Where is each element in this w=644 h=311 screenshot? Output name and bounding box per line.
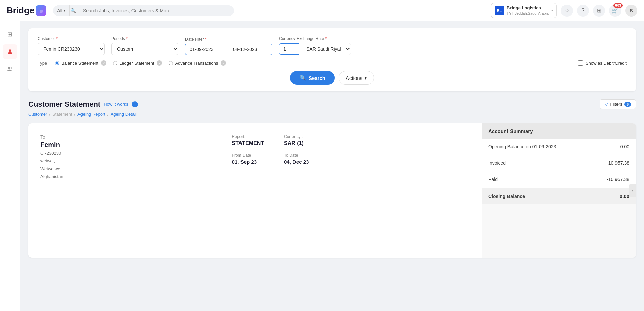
sidebar-btn-person[interactable] bbox=[3, 44, 17, 59]
summary-row-opening: Opening Balance on 01-09-2023 0.00 bbox=[482, 139, 636, 155]
breadcrumb-ageing-report[interactable]: Ageing Report bbox=[77, 112, 105, 117]
dropdown-chevron-icon: ▾ bbox=[64, 9, 65, 12]
balance-statement-label[interactable]: Balance Statement bbox=[61, 61, 98, 66]
company-chevron-icon: ▾ bbox=[551, 9, 553, 12]
top-navigation: Bridge All ▾ 🔍 BL bbox=[0, 0, 644, 21]
notification-badge: 603 bbox=[613, 3, 623, 8]
periods-required: * bbox=[126, 36, 128, 41]
help-button[interactable]: ? bbox=[577, 5, 589, 17]
button-row: 🔍 Search Actions ▾ bbox=[38, 71, 627, 85]
currency-label: Currency Exchange Rate * bbox=[279, 36, 351, 41]
date-from-input[interactable] bbox=[185, 44, 229, 55]
logo-text: Bridge bbox=[7, 5, 34, 16]
advance-transactions-label[interactable]: Advance Transactions bbox=[175, 61, 218, 66]
search-button-icon: 🔍 bbox=[300, 75, 306, 81]
date-inputs bbox=[185, 44, 272, 55]
sidebar-btn-people[interactable] bbox=[3, 62, 17, 76]
apps-button[interactable]: ⊞ bbox=[593, 5, 605, 17]
balance-help-icon[interactable]: ? bbox=[101, 60, 106, 66]
currency-required: * bbox=[325, 36, 327, 41]
from-date-label: From Date bbox=[232, 153, 264, 158]
how-it-works-link[interactable]: How it works bbox=[104, 102, 128, 107]
ledger-statement-label[interactable]: Ledger Statement bbox=[119, 61, 154, 66]
section-header: Customer Statement How it works i ▽ Filt… bbox=[28, 99, 636, 109]
currency-filter-group: Currency Exchange Rate * SAR Saudi Riyal bbox=[279, 36, 351, 55]
to-address3: Afghanistan- bbox=[40, 173, 207, 180]
paid-value: -10,957.38 bbox=[607, 177, 629, 182]
debit-credit-label[interactable]: Show as Debit/Credit bbox=[586, 61, 627, 66]
info-icon[interactable]: i bbox=[132, 101, 138, 107]
collapse-handle[interactable]: ‹ bbox=[629, 184, 636, 197]
breadcrumb-sep1: / bbox=[49, 112, 50, 117]
closing-balance-label: Closing Balance bbox=[488, 194, 525, 199]
breadcrumb-sep3: / bbox=[107, 112, 109, 117]
summary-header: Account Summary bbox=[482, 123, 636, 139]
date-filter-group: Date Filter * bbox=[185, 37, 272, 55]
section-title: Customer Statement bbox=[28, 100, 100, 109]
logo-icon bbox=[36, 5, 46, 16]
balance-statement-input[interactable] bbox=[55, 61, 59, 65]
date-required: * bbox=[205, 37, 207, 42]
svg-point-2 bbox=[10, 67, 12, 69]
to-address2: Wetwetwe, bbox=[40, 165, 207, 173]
filters-count: 6 bbox=[624, 102, 631, 107]
search-input[interactable] bbox=[79, 5, 234, 16]
search-icon: 🔍 bbox=[70, 8, 76, 13]
actions-button[interactable]: Actions ▾ bbox=[339, 71, 374, 85]
filter-funnel-icon: ▽ bbox=[605, 102, 608, 107]
statement-card: To: Femin CR230230 wetwet, Wetwetwe, Afg… bbox=[28, 123, 636, 258]
ledger-statement-input[interactable] bbox=[113, 61, 117, 65]
currency-select[interactable]: SAR Saudi Riyal bbox=[301, 43, 351, 55]
search-button[interactable]: 🔍 Search bbox=[290, 71, 335, 85]
sidebar-btn-grid[interactable]: ⊞ bbox=[3, 27, 17, 42]
advance-transactions-radio: Advance Transactions ? bbox=[169, 60, 226, 66]
advance-transactions-input[interactable] bbox=[169, 61, 173, 65]
notifications-button[interactable]: 🛒 603 bbox=[609, 5, 621, 17]
customer-label: Customer * bbox=[38, 36, 105, 41]
to-code: CR230230 bbox=[40, 149, 207, 157]
date-to-input[interactable] bbox=[229, 44, 272, 55]
statement-spacer bbox=[315, 123, 482, 258]
periods-select[interactable]: Custom This Month Last Month This Year bbox=[111, 43, 178, 55]
statement-report-section: Report: STATEMENT From Date 01, Sep 23 bbox=[219, 123, 277, 258]
filters-button[interactable]: ▽ Filters 6 bbox=[600, 99, 636, 109]
statement-currency-section: Currency : SAR (1) To Date 04, Dec 23 bbox=[277, 123, 315, 258]
account-summary: Account Summary Opening Balance on 01-09… bbox=[482, 123, 636, 258]
company-location: TYT Jeddah,Saudi Arabia bbox=[507, 11, 549, 16]
currency-rate-input[interactable] bbox=[279, 43, 299, 55]
favorites-button[interactable]: ☆ bbox=[561, 5, 573, 17]
filters-label: Filters bbox=[610, 102, 622, 107]
filter-card: Customer * Femin CR230230 Periods * Cust… bbox=[28, 28, 636, 91]
to-date-value: 04, Dec 23 bbox=[284, 159, 309, 165]
to-name: Femin bbox=[40, 141, 207, 149]
ledger-help-icon[interactable]: ? bbox=[157, 60, 162, 66]
breadcrumb-ageing-detail[interactable]: Ageing Detail bbox=[111, 112, 137, 117]
breadcrumb-statement: Statement bbox=[52, 112, 72, 117]
statement-to-section: To: Femin CR230230 wetwet, Wetwetwe, Afg… bbox=[28, 123, 219, 258]
nav-right-area: BL Bridge Logistics TYT Jeddah,Saudi Ara… bbox=[491, 3, 637, 18]
periods-label: Periods * bbox=[111, 36, 178, 41]
periods-filter-group: Periods * Custom This Month Last Month T… bbox=[111, 36, 178, 55]
currency-report-label: Currency : bbox=[284, 134, 309, 139]
breadcrumb-customer[interactable]: Customer bbox=[28, 112, 47, 117]
customer-required: * bbox=[56, 36, 58, 41]
breadcrumb-sep2: / bbox=[74, 112, 75, 117]
actions-button-label: Actions bbox=[346, 75, 362, 81]
filter-row-type: Type Balance Statement ? Ledger Statemen… bbox=[38, 60, 627, 66]
customer-select[interactable]: Femin CR230230 bbox=[38, 43, 105, 55]
search-dropdown[interactable]: All ▾ bbox=[53, 5, 70, 16]
debit-credit-checkbox[interactable] bbox=[578, 60, 583, 66]
filter-row-top: Customer * Femin CR230230 Periods * Cust… bbox=[38, 36, 627, 55]
company-selector[interactable]: BL Bridge Logistics TYT Jeddah,Saudi Ara… bbox=[491, 3, 557, 18]
statement-card-wrapper: To: Femin CR230230 wetwet, Wetwetwe, Afg… bbox=[28, 123, 636, 258]
search-dropdown-label: All bbox=[57, 8, 62, 13]
user-avatar[interactable]: S bbox=[625, 5, 637, 17]
to-label: To: bbox=[40, 134, 207, 140]
company-logo-abbr: BL bbox=[497, 9, 502, 13]
opening-balance-value: 0.00 bbox=[620, 144, 629, 149]
advance-help-icon[interactable]: ? bbox=[221, 60, 226, 66]
ledger-statement-radio: Ledger Statement ? bbox=[113, 60, 162, 66]
report-label: Report: bbox=[232, 134, 264, 139]
user-initial: S bbox=[630, 8, 633, 13]
currency-report-value: SAR (1) bbox=[284, 140, 309, 146]
